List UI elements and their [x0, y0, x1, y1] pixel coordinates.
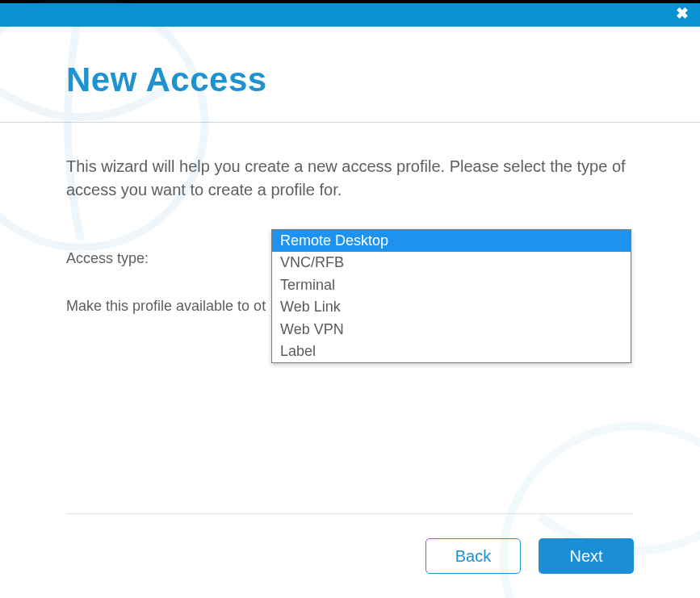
dialog-title: New Access — [0, 27, 700, 122]
dialog-content: New Access This wizard will help you cre… — [0, 27, 700, 315]
dropdown-option-web-link[interactable]: Web Link — [272, 296, 631, 318]
wizard-description: This wizard will help you create a new a… — [0, 123, 700, 202]
access-type-dropdown: Remote Desktop VNC/RFB Terminal Web Link… — [271, 229, 631, 363]
dropdown-option-label[interactable]: Label — [272, 341, 631, 362]
dropdown-option-remote-desktop[interactable]: Remote Desktop — [272, 230, 631, 252]
dropdown-option-vnc-rfb[interactable]: VNC/RFB — [272, 252, 631, 274]
button-row: Back Next — [66, 538, 634, 574]
next-button[interactable]: Next — [539, 538, 634, 574]
access-type-label: Access type: — [66, 250, 273, 267]
footer-divider — [66, 513, 634, 514]
dialog-footer: Back Next — [0, 496, 700, 598]
dropdown-option-web-vpn[interactable]: Web VPN — [272, 319, 631, 341]
form-area: Access type: Remote Desktop Remote Deskt… — [0, 202, 700, 315]
share-profile-label: Make this profile available to ot — [66, 298, 266, 315]
dialog-header-bar: ✖ — [0, 3, 700, 27]
close-icon[interactable]: ✖ — [676, 6, 689, 21]
dropdown-option-terminal[interactable]: Terminal — [272, 274, 631, 296]
back-button[interactable]: Back — [425, 538, 521, 574]
